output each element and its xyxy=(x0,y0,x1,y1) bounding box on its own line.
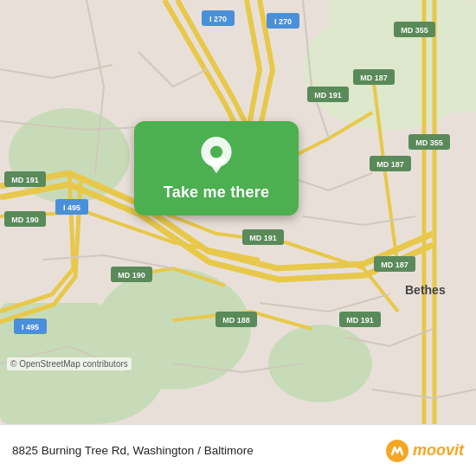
svg-text:MD 191: MD 191 xyxy=(249,234,277,242)
svg-text:MD 187: MD 187 xyxy=(360,74,388,82)
address-text: 8825 Burning Tree Rd, Washington / Balti… xyxy=(12,444,385,457)
svg-text:MD 188: MD 188 xyxy=(222,316,250,325)
bottom-bar: 8825 Burning Tree Rd, Washington / Balti… xyxy=(0,424,476,476)
svg-text:MD 187: MD 187 xyxy=(376,160,404,169)
svg-text:MD 190: MD 190 xyxy=(11,215,39,224)
svg-point-5 xyxy=(26,320,164,424)
take-me-there-popup[interactable]: Take me there xyxy=(134,121,299,215)
location-pin-icon xyxy=(197,137,235,175)
map-container: I 270 I 270 MD 355 MD 355 MD 191 MD 191 … xyxy=(0,0,476,424)
moovit-icon xyxy=(385,439,409,463)
svg-text:I 270: I 270 xyxy=(209,15,227,23)
svg-rect-7 xyxy=(329,0,476,113)
svg-text:MD 355: MD 355 xyxy=(401,26,428,35)
svg-text:I 270: I 270 xyxy=(274,17,292,26)
svg-text:MD 191: MD 191 xyxy=(346,316,374,325)
popup-label: Take me there xyxy=(164,183,269,202)
map-attribution: © OpenStreetMap contributors xyxy=(7,357,132,370)
svg-text:MD 187: MD 187 xyxy=(381,261,408,269)
svg-text:MD 355: MD 355 xyxy=(415,138,443,147)
svg-text:MD 191: MD 191 xyxy=(314,91,342,100)
svg-text:I 495: I 495 xyxy=(22,323,39,331)
svg-text:Bethes: Bethes xyxy=(405,283,446,297)
svg-text:MD 190: MD 190 xyxy=(118,271,145,280)
moovit-logo: moovit xyxy=(385,439,464,463)
svg-marker-43 xyxy=(206,158,228,174)
svg-point-3 xyxy=(268,325,372,402)
svg-point-42 xyxy=(210,146,222,158)
moovit-text: moovit xyxy=(413,441,464,460)
svg-text:I 495: I 495 xyxy=(63,203,80,212)
svg-text:MD 191: MD 191 xyxy=(11,176,39,184)
